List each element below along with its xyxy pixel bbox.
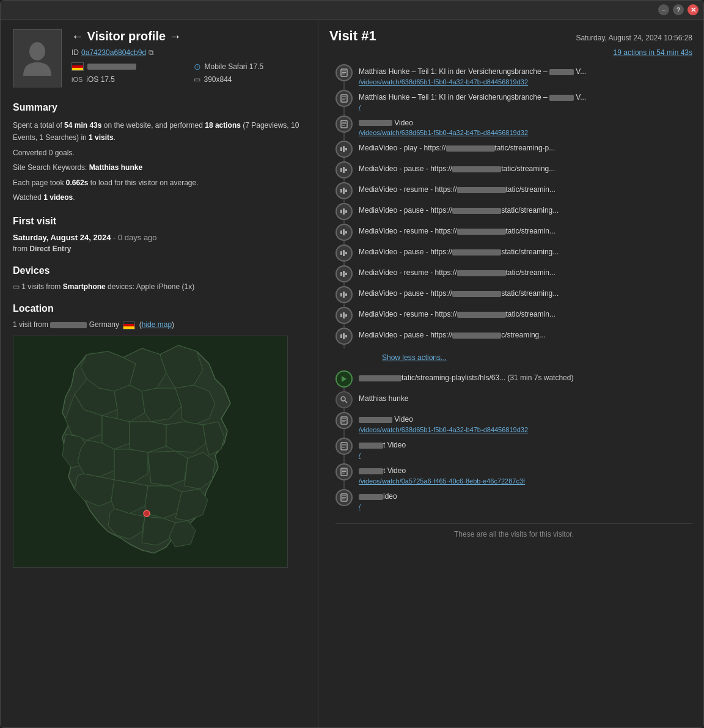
page-icon bbox=[336, 116, 353, 133]
svg-rect-19 bbox=[343, 167, 345, 173]
timeline-item: MediaVideo - pause - https://static/stre… bbox=[336, 203, 692, 220]
action-url[interactable]: / bbox=[359, 104, 361, 111]
timeline-content: MediaVideo - pause - https://static/stre… bbox=[359, 286, 692, 299]
devices-title: Devices bbox=[13, 265, 306, 276]
timeline-content: MediaVideo - pause - https://tatic/strea… bbox=[359, 161, 692, 174]
action-title: tatic/streaming-playlists/hls/63... (31 … bbox=[359, 373, 692, 383]
germany-flag-icon2 bbox=[123, 322, 135, 329]
germany-flag-icon bbox=[72, 62, 84, 71]
svg-rect-27 bbox=[340, 230, 342, 234]
timeline-item: MediaVideo - resume - https://tatic/stre… bbox=[336, 307, 692, 324]
action-title: MediaVideo - resume - https://tatic/stre… bbox=[359, 185, 692, 195]
action-title: Matthias hunke bbox=[359, 394, 692, 404]
timeline-content: MediaVideo - pause - https://c/streaming… bbox=[359, 328, 692, 340]
first-visit-title: First visit bbox=[13, 216, 306, 227]
action-url[interactable]: / bbox=[359, 503, 361, 510]
minimize-button[interactable]: – bbox=[658, 4, 669, 15]
actions-count-link[interactable]: 19 actions in 54 min 43s bbox=[614, 48, 692, 57]
action-url[interactable]: / bbox=[359, 452, 361, 459]
action-title: MediaVideo - pause - https://static/stre… bbox=[359, 289, 692, 299]
search-icon bbox=[336, 391, 353, 408]
source-value: Direct Entry bbox=[29, 245, 71, 253]
profile-meta: ⊙ Mobile Safari 17.5 iOS iOS 17.5 ▭ 390x… bbox=[72, 62, 306, 84]
actions-value: 18 actions bbox=[205, 121, 241, 130]
profile-id: ID 0a74230a6804cb9d ⧉ bbox=[72, 48, 306, 57]
load-time-value: 0.662s bbox=[66, 178, 89, 187]
svg-rect-18 bbox=[340, 168, 342, 172]
svg-rect-44 bbox=[345, 335, 347, 337]
timeline-item: Matthias Hunke – Teil 1: KI in der Versi… bbox=[336, 64, 692, 86]
germany-map bbox=[13, 336, 288, 568]
duration-value: 54 min 43s bbox=[64, 121, 101, 130]
actions-detail: (7 Pageviews, 10 Events, 1 Searches) in bbox=[13, 121, 299, 142]
visits-value: 1 visits bbox=[89, 133, 114, 142]
timeline-content: MediaVideo - pause - https://static/stre… bbox=[359, 203, 692, 216]
summary-line1: Spent a total of 54 min 43s on the websi… bbox=[13, 119, 306, 144]
media-icon bbox=[336, 286, 353, 303]
show-less-button[interactable]: Show less actions... bbox=[382, 353, 447, 362]
svg-point-0 bbox=[29, 42, 45, 61]
timeline-content: Matthias Hunke – Teil 1: KI in der Versi… bbox=[359, 64, 692, 86]
timeline-content: Video /videos/watch/638d65b1-f5b0-4a32-b… bbox=[359, 116, 692, 138]
timeline-item: MediaVideo - pause - https://c/streaming… bbox=[336, 328, 692, 345]
page-icon bbox=[336, 412, 353, 429]
media-icon bbox=[336, 141, 353, 158]
media-icon bbox=[336, 161, 353, 178]
summary-section: Summary Spent a total of 54 min 43s on t… bbox=[13, 102, 306, 204]
action-title: MediaVideo - play - https://tatic/stream… bbox=[359, 143, 692, 153]
svg-rect-20 bbox=[345, 169, 347, 171]
action-title: t Video bbox=[359, 440, 692, 450]
svg-rect-42 bbox=[340, 334, 342, 338]
svg-rect-43 bbox=[343, 333, 345, 339]
browser-value: Mobile Safari 17.5 bbox=[205, 62, 264, 71]
device-icon2: ▭ bbox=[13, 282, 20, 291]
action-url[interactable]: /videos/watch/638d65b1-f5b0-4a32-b47b-d8… bbox=[359, 426, 528, 433]
action-title: ideo bbox=[359, 491, 692, 502]
resolution-value: 390x844 bbox=[204, 75, 232, 84]
svg-rect-17 bbox=[345, 148, 347, 150]
copy-icon[interactable]: ⧉ bbox=[148, 48, 154, 57]
timeline-content: Video /videos/watch/638d65b1-f5b0-4a32-b… bbox=[359, 412, 692, 434]
timeline-content: MediaVideo - pause - https://static/stre… bbox=[359, 245, 692, 257]
visit-date: Saturday, August 24, 2024 10:56:28 bbox=[576, 34, 692, 42]
action-url[interactable]: /videos/watch/0a5725a6-f465-40c6-8ebb-e4… bbox=[359, 477, 525, 485]
svg-line-47 bbox=[345, 401, 348, 403]
timeline-item: MediaVideo - pause - https://static/stre… bbox=[336, 245, 692, 262]
browser-icon: ⊙ bbox=[194, 62, 201, 72]
timeline-item: MediaVideo - resume - https://tatic/stre… bbox=[336, 182, 692, 199]
action-title: MediaVideo - resume - https://tatic/stre… bbox=[359, 268, 692, 278]
svg-rect-23 bbox=[345, 189, 347, 192]
help-button[interactable]: ? bbox=[673, 4, 684, 15]
meta-country bbox=[72, 62, 184, 72]
main-content: ← Visitor profile → ID 0a74230a6804cb9d … bbox=[1, 20, 703, 727]
close-button[interactable]: ✕ bbox=[688, 4, 698, 15]
page-icon bbox=[336, 64, 353, 81]
action-title: t Video bbox=[359, 466, 692, 476]
svg-rect-22 bbox=[343, 188, 345, 194]
profile-id-link[interactable]: 0a74230a6804cb9d bbox=[81, 48, 146, 57]
summary-goals: Converted 0 goals. bbox=[13, 147, 306, 159]
action-url[interactable]: /videos/watch/638d65b1-f5b0-4a32-b47b-d8… bbox=[359, 129, 528, 136]
summary-loadtime: Each page took 0.662s to load for this v… bbox=[13, 177, 306, 189]
meta-browser: ⊙ Mobile Safari 17.5 bbox=[194, 62, 306, 72]
redacted-text bbox=[549, 69, 574, 75]
meta-resolution: ▭ 390x844 bbox=[194, 75, 306, 84]
first-visit-section: First visit Saturday, August 24, 2024 - … bbox=[13, 216, 306, 253]
svg-rect-38 bbox=[345, 293, 347, 296]
location-city-redacted bbox=[50, 322, 87, 328]
right-panel: Visit #1 Saturday, August 24, 2024 10:56… bbox=[318, 20, 703, 727]
action-title: Video bbox=[359, 118, 692, 128]
svg-rect-25 bbox=[343, 208, 345, 215]
svg-rect-40 bbox=[343, 312, 345, 318]
location-section: Location 1 visit from Germany (hide map) bbox=[13, 303, 306, 567]
timeline-content: t Video /videos/watch/0a5725a6-f465-40c6… bbox=[359, 463, 692, 485]
timeline-content: MediaVideo - resume - https://tatic/stre… bbox=[359, 307, 692, 320]
svg-rect-26 bbox=[345, 210, 347, 213]
titlebar: – ? ✕ bbox=[1, 1, 703, 20]
timeline-item: t Video / bbox=[336, 438, 692, 460]
timeline-item: Matthias hunke bbox=[336, 391, 692, 408]
device-icon: ▭ bbox=[194, 75, 200, 84]
hide-map-link[interactable]: hide map bbox=[142, 320, 172, 329]
svg-rect-41 bbox=[345, 314, 347, 317]
action-url[interactable]: /videos/watch/638d65b1-f5b0-4a32-b47b-d8… bbox=[359, 78, 528, 86]
